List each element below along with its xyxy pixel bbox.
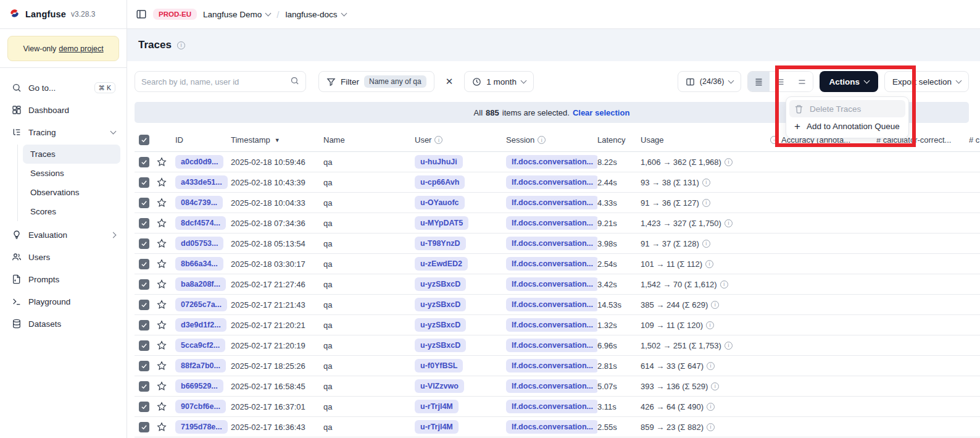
usage-info-icon[interactable]: i <box>706 321 714 329</box>
select-all-checkbox[interactable] <box>139 135 149 145</box>
row-checkbox[interactable] <box>139 177 149 188</box>
usage-info-icon[interactable]: i <box>702 240 710 248</box>
header-usage[interactable]: Usage <box>641 135 770 145</box>
user-badge[interactable]: u-OYauofc <box>415 196 465 209</box>
user-badge[interactable]: u-yzSBxcD <box>415 318 466 332</box>
demo-project-link[interactable]: demo project <box>59 44 103 53</box>
usage-info-icon[interactable]: i <box>725 342 733 350</box>
usage-info-icon[interactable]: i <box>702 199 710 207</box>
row-height-tall-button[interactable] <box>791 72 813 91</box>
bookmark-star-icon[interactable] <box>157 402 167 411</box>
sidebar-toggle-icon[interactable] <box>136 9 147 20</box>
usage-info-icon[interactable]: i <box>707 362 715 370</box>
bookmark-star-icon[interactable] <box>157 157 167 167</box>
bookmark-star-icon[interactable] <box>157 361 167 371</box>
table-row[interactable]: 7195d78e... 2025-02-17 16:36:43 qa u-rTr… <box>135 417 980 437</box>
row-checkbox[interactable] <box>139 422 149 432</box>
session-badge[interactable]: lf.docs.conversation... <box>506 359 597 373</box>
table-row[interactable]: 5cca9cf2... 2025-02-17 21:20:19 qa u-yzS… <box>135 335 980 356</box>
sidebar-item-dashboard[interactable]: Dashboard <box>6 99 120 121</box>
session-badge[interactable]: lf.docs.conversation... <box>506 216 597 230</box>
usage-info-icon[interactable]: i <box>725 219 733 227</box>
table-row[interactable]: a0cd0d9... 2025-02-18 10:59:46 qa u-huJh… <box>135 152 980 172</box>
user-badge[interactable]: u-VIZzvwo <box>415 379 464 393</box>
user-badge[interactable]: u-cp66Avh <box>415 175 465 189</box>
bookmark-star-icon[interactable] <box>157 218 167 228</box>
header-user[interactable]: Useri <box>415 135 506 145</box>
bookmark-star-icon[interactable] <box>157 279 167 289</box>
bookmark-star-icon[interactable] <box>157 320 167 330</box>
table-row[interactable]: 8b66a34... 2025-02-18 03:30:17 qa u-zEwd… <box>135 254 980 274</box>
row-checkbox[interactable] <box>139 402 149 412</box>
user-badge[interactable]: u-T98YnzD <box>415 237 466 250</box>
usage-info-icon[interactable]: i <box>707 423 715 431</box>
user-badge[interactable]: u-yzSBxcD <box>415 277 466 291</box>
header-session[interactable]: Sessioni <box>506 135 597 145</box>
trace-id-badge[interactable]: dd05753... <box>175 237 223 250</box>
org-switcher[interactable]: Langfuse Demo <box>203 10 270 19</box>
usage-info-icon[interactable]: i <box>705 260 713 268</box>
bookmark-star-icon[interactable] <box>157 300 167 310</box>
table-row[interactable]: d3e9d1f2... 2025-02-17 21:20:21 qa u-yzS… <box>135 315 980 335</box>
trace-id-badge[interactable]: 907cbf6e... <box>175 400 226 413</box>
sidebar-item-goto[interactable]: Go to... ⌘ K <box>6 77 120 99</box>
row-height-medium-button[interactable] <box>770 72 791 91</box>
sidebar-item-scores[interactable]: Scores <box>23 202 120 221</box>
table-row[interactable]: ba8a208f... 2025-02-17 21:27:46 qa u-yzS… <box>135 274 980 295</box>
session-badge[interactable]: lf.docs.conversation... <box>506 196 597 209</box>
session-badge[interactable]: lf.docs.conversation... <box>506 257 597 271</box>
trace-id-badge[interactable]: a0cd0d9... <box>175 155 223 169</box>
sidebar-item-traces[interactable]: Traces <box>23 145 120 164</box>
user-badge[interactable]: u-MYpDAT5 <box>415 216 468 230</box>
user-badge[interactable]: u-huJhuJi <box>415 155 463 169</box>
user-badge[interactable]: u-f0YfBSL <box>415 359 463 373</box>
session-badge[interactable]: lf.docs.conversation... <box>506 155 597 169</box>
actions-button[interactable]: Actions <box>820 71 878 92</box>
clear-selection-link[interactable]: Clear selection <box>573 108 630 117</box>
trace-id-badge[interactable]: 07265c7a... <box>175 298 227 311</box>
columns-button[interactable]: (24/36) <box>678 71 742 92</box>
sidebar-item-sessions[interactable]: Sessions <box>23 164 120 183</box>
user-badge[interactable]: u-yzSBxcD <box>415 339 466 352</box>
filter-button[interactable]: Filter Name any of qa <box>318 71 434 92</box>
session-badge[interactable]: lf.docs.conversation... <box>506 420 597 434</box>
page-info-icon[interactable]: i <box>177 41 185 49</box>
session-badge[interactable]: lf.docs.conversation... <box>506 298 597 311</box>
usage-info-icon[interactable]: i <box>725 158 733 166</box>
trace-id-badge[interactable]: a433de51... <box>175 175 228 189</box>
trace-id-badge[interactable]: 8b66a34... <box>175 257 223 271</box>
user-badge[interactable]: u-rTrjl4M <box>415 400 459 413</box>
row-checkbox[interactable] <box>139 361 149 371</box>
bookmark-star-icon[interactable] <box>157 381 167 391</box>
row-checkbox[interactable] <box>139 381 149 392</box>
row-checkbox[interactable] <box>139 340 149 351</box>
sidebar-item-tracing[interactable]: Tracing <box>6 121 120 143</box>
table-row[interactable]: 907cbf6e... 2025-02-17 16:37:01 qa u-rTr… <box>135 397 980 417</box>
bookmark-star-icon[interactable] <box>157 238 167 248</box>
header-score-last[interactable]: # c... <box>969 135 980 145</box>
row-height-compact-button[interactable] <box>748 72 770 91</box>
trace-id-badge[interactable]: b669529... <box>175 379 223 393</box>
row-checkbox[interactable] <box>139 259 149 269</box>
sidebar-item-users[interactable]: Users <box>6 246 120 268</box>
usage-info-icon[interactable]: i <box>711 382 719 390</box>
row-checkbox[interactable] <box>139 320 149 331</box>
session-badge[interactable]: lf.docs.conversation... <box>506 175 597 189</box>
session-badge[interactable]: lf.docs.conversation... <box>506 400 597 413</box>
project-switcher[interactable]: langfuse-docs <box>286 10 346 19</box>
user-badge[interactable]: u-yzSBxcD <box>415 298 466 311</box>
usage-info-icon[interactable]: i <box>711 301 719 309</box>
trace-id-badge[interactable]: 084c739... <box>175 196 223 209</box>
table-row[interactable]: 8dcf4574... 2025-02-18 07:34:36 qa u-MYp… <box>135 213 980 234</box>
bookmark-star-icon[interactable] <box>157 259 167 269</box>
search-icon[interactable] <box>290 76 299 88</box>
header-id[interactable]: ID <box>175 135 231 145</box>
user-badge[interactable]: u-rTrjl4M <box>415 420 459 434</box>
menu-item-add-to-annotation-queue[interactable]: + Add to Annotation Queue <box>789 117 905 135</box>
row-checkbox[interactable] <box>139 279 149 290</box>
sidebar-item-prompts[interactable]: Prompts <box>6 268 120 290</box>
usage-info-icon[interactable]: i <box>720 280 728 288</box>
row-checkbox[interactable] <box>139 157 149 167</box>
row-checkbox[interactable] <box>139 198 149 208</box>
table-row[interactable]: 084c739... 2025-02-18 10:04:33 qa u-OYau… <box>135 193 980 213</box>
